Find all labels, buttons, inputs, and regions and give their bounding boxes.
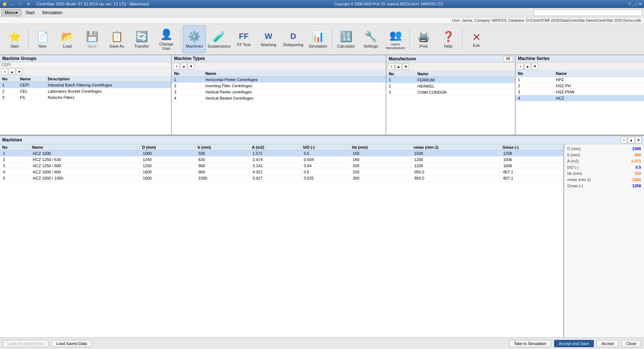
manufacturer-add[interactable]: +	[388, 63, 394, 70]
machines-up[interactable]: ▲	[628, 137, 635, 143]
manufacturer-up[interactable]: ▲	[395, 63, 402, 70]
toolbar-new[interactable]: 📄 New	[31, 25, 54, 53]
toolbar-simulation[interactable]: 📊 Simulation	[306, 25, 330, 53]
table-row[interactable]: 1 HPZ	[516, 77, 644, 83]
toolbar-ff-test[interactable]: FF FF Test	[232, 25, 255, 53]
table-row[interactable]: 4 HCZ 1600 / 800 1600 800 4.021 0.5 230 …	[0, 169, 563, 175]
titlebar-min[interactable]: _	[632, 2, 634, 6]
toolbar-users[interactable]: 👥 Users Manufacturer	[384, 25, 407, 53]
machines-label: Machines	[186, 44, 203, 48]
search-input[interactable]	[533, 9, 643, 16]
machine-groups-header: Machine Groups	[0, 55, 171, 62]
start-icon: ⭐	[8, 31, 21, 43]
table-row[interactable]: 4 Vertical Basket Centrifuges	[172, 95, 386, 101]
table-row[interactable]: 2 CEL Laboratory Bucket Centrifuges	[0, 88, 171, 95]
machine-series-table: No Name 1 HPZ2 HSZ-PH3 HSZ-PHW4 HCZ	[516, 71, 644, 101]
simulation-menu-item[interactable]: Simulation	[39, 9, 65, 16]
titlebar-minimize[interactable]: —	[9, 2, 15, 6]
load-accepted-data-button[interactable]: Load Accepted Data	[3, 340, 48, 347]
m-col-no: No	[0, 144, 30, 151]
machine-series-down[interactable]: ▼	[532, 63, 538, 69]
machine-groups-add[interactable]: +	[1, 68, 8, 75]
accept-and-save-button[interactable]: Accept and Save	[554, 340, 594, 347]
ms-no: 4	[516, 95, 554, 101]
help-icon-title[interactable]: ?	[628, 2, 631, 6]
menu-button[interactable]: Menu▾	[1, 9, 21, 16]
machine-series-add[interactable]: +	[517, 63, 524, 69]
m-a: 4.021	[250, 169, 301, 175]
machine-groups-down[interactable]: ▼	[16, 68, 23, 75]
manufacturer-down[interactable]: ▼	[402, 63, 409, 70]
table-row[interactable]: 1 HCZ 1000 1000 500 1.571 0.5 150 1500 1…	[0, 151, 563, 157]
toolbar-print[interactable]: 🖨️ Print	[412, 25, 435, 53]
m-d: 1000	[140, 151, 195, 157]
toolbar-save-as[interactable]: 📋 Save As	[105, 25, 128, 53]
titlebar-close[interactable]: ✕	[25, 2, 31, 7]
toolbar-transfer[interactable]: 🔄 Transfer	[130, 25, 153, 53]
table-row[interactable]: 2 HSZ-PH	[516, 83, 644, 89]
machine-types-add[interactable]: +	[173, 63, 180, 69]
settings-icon: 🔧	[365, 31, 377, 43]
machine-series-up[interactable]: ▲	[524, 63, 531, 69]
machines-add[interactable]: +	[621, 137, 627, 143]
manufacturer-all-button[interactable]: All	[504, 56, 513, 61]
table-row[interactable]: 1 FERRUM	[386, 77, 515, 83]
ms-col-no: No	[516, 71, 554, 77]
table-row[interactable]: 1 Horizontal Peeler Centrifuges	[172, 77, 386, 83]
table-row[interactable]: 2 HCZ 1250 / 630 1250 630 2.474 0.504 18…	[0, 157, 563, 163]
table-row[interactable]: 3 Vertical Peeler centrifuges	[172, 89, 386, 95]
mfr-col-name: Name	[415, 71, 515, 77]
table-row[interactable]: 4 HCZ	[516, 95, 644, 101]
accept-button[interactable]: Accept	[597, 340, 619, 347]
m-gmax: 1258	[500, 151, 563, 157]
table-row[interactable]: 1 CEPI Industrial Batch Filtering Centri…	[0, 82, 171, 88]
table-row[interactable]: 3 HCZ 1250 / 800 1250 800 3.142 0.64 200…	[0, 163, 563, 169]
machine-types-up[interactable]: ▲	[180, 63, 187, 69]
settings-label: Settings	[363, 44, 378, 48]
close-button[interactable]: Close	[621, 340, 641, 347]
start-menu-item[interactable]: Start	[23, 9, 37, 16]
table-row[interactable]: 2 Inverting Filter Centrifuges	[172, 83, 386, 89]
titlebar-controls: ? _ □ ✕	[628, 2, 642, 7]
toolbar-save[interactable]: 💾 Save	[80, 25, 104, 53]
m-a: 3.142	[250, 163, 301, 169]
table-row[interactable]: 5 HCZ 1600 / 1000 1600 1000 5.027 0.625 …	[0, 175, 563, 181]
machine-types-down[interactable]: ▼	[188, 63, 194, 69]
titlebar-x[interactable]: ✕	[639, 2, 642, 6]
table-row[interactable]: 3 COMI CONDOR	[386, 89, 515, 96]
machine-series-title: Machine Series	[518, 56, 549, 61]
toolbar-calculator[interactable]: 🔢 Calculator	[334, 25, 358, 53]
titlebar-restore[interactable]: □	[17, 2, 23, 6]
change-user-icon: 👤	[160, 28, 173, 40]
m-d: 1250	[140, 163, 195, 169]
washing-label: Washing	[261, 43, 276, 47]
machine-groups-up[interactable]: ▲	[9, 68, 15, 75]
table-row[interactable]: 3 FIL Nutsche Filters	[0, 95, 171, 101]
toolbar-exit[interactable]: ✕ Exit	[465, 25, 488, 53]
mfr-no: 1	[386, 77, 415, 83]
m-name: HCZ 1250 / 800	[30, 163, 140, 169]
m-col-hb: hb (mm)	[350, 144, 411, 151]
table-row[interactable]: 2 HEINKEL	[386, 83, 515, 89]
mfr-name: FERRUM	[415, 77, 515, 83]
print-label: Print	[420, 44, 428, 48]
detail-value: 500	[635, 153, 641, 157]
take-to-simulation-button[interactable]: Take to Simulation	[509, 340, 551, 347]
manufacturer-table: No Name 1 FERRUM2 HEINKEL3 COMI CONDOR	[386, 71, 515, 96]
toolbar-change-user[interactable]: 👤 Change User	[155, 25, 178, 53]
table-row[interactable]: 3 HSZ-PHW	[516, 89, 644, 95]
machines-down[interactable]: ▼	[635, 137, 642, 143]
toolbar-settings[interactable]: 🔧 Settings	[359, 25, 382, 53]
toolbar-machines[interactable]: ⚙️ Machines	[183, 25, 206, 53]
toolbar-deliquoring[interactable]: D Deliquoring	[282, 25, 305, 53]
toolbar-start[interactable]: ⭐ Start	[3, 25, 26, 53]
titlebar-max[interactable]: □	[635, 2, 637, 6]
mg-col-no: No	[0, 76, 18, 82]
toolbar-washing[interactable]: W Washing	[257, 25, 280, 53]
toolbar-help[interactable]: ❓ Help	[437, 25, 460, 53]
toolbar-suspensions[interactable]: 🧪 Suspensions	[207, 25, 231, 53]
toolbar-load[interactable]: 📂 Load	[56, 25, 79, 53]
m-col-gmax: Gmax (-)	[500, 144, 563, 151]
machine-groups-table: No Name Description 1 CEPI Industrial Ba…	[0, 76, 171, 101]
load-saved-data-button[interactable]: Load Saved Data	[51, 340, 92, 347]
